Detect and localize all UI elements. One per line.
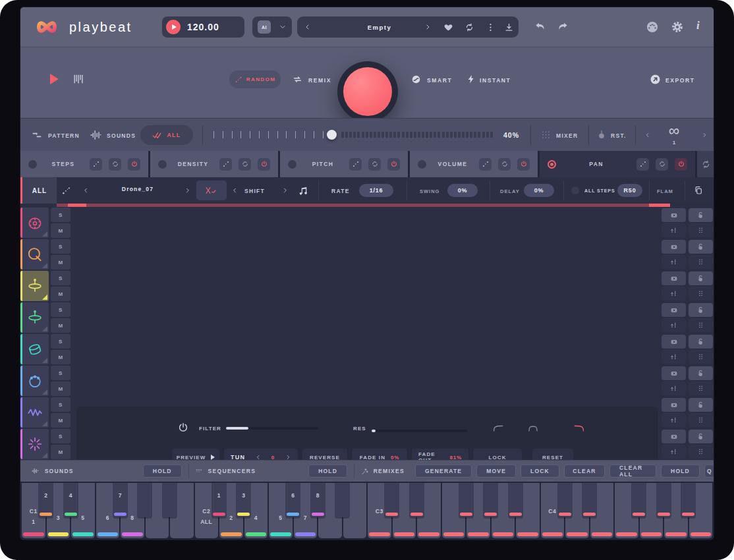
- black-key[interactable]: [582, 483, 597, 517]
- black-key[interactable]: [384, 483, 399, 517]
- kebab-menu-icon[interactable]: [486, 22, 495, 32]
- track-filter-settings-cell[interactable]: [662, 318, 686, 332]
- shift-left-icon[interactable]: [231, 186, 239, 194]
- track-corner-handle[interactable]: [42, 421, 47, 426]
- track-filter-settings-cell[interactable]: [662, 445, 686, 459]
- track-lock-cell[interactable]: [689, 366, 713, 380]
- all-steps-dot[interactable]: [571, 186, 579, 194]
- flam-label[interactable]: FLAM: [657, 188, 673, 194]
- track-corner-handle[interactable]: [42, 231, 47, 237]
- track-cell-synth-wave[interactable]: [20, 397, 49, 428]
- sample-random-icon[interactable]: [61, 186, 71, 196]
- main-trigger-button[interactable]: [343, 67, 392, 116]
- tab-power-button[interactable]: [517, 158, 530, 171]
- sample-prev-icon[interactable]: [82, 186, 90, 194]
- tabs-refresh-cell[interactable]: [697, 151, 714, 177]
- filter-slider[interactable]: [226, 427, 318, 430]
- tab-dice-button[interactable]: [90, 158, 102, 171]
- mute-button[interactable]: M: [51, 255, 71, 269]
- bpm-display[interactable]: 120.00: [162, 16, 244, 38]
- mixer-grid-icon[interactable]: [541, 130, 551, 140]
- all-tracks-cell[interactable]: ALL: [22, 177, 57, 204]
- remix-label[interactable]: REMIX: [308, 77, 331, 84]
- tab-pattern[interactable]: PATTERN: [48, 132, 80, 139]
- clear-button[interactable]: CLEAR: [564, 464, 605, 478]
- solo-button[interactable]: S: [51, 397, 71, 412]
- track-clear-sample-cell[interactable]: [662, 240, 686, 254]
- quantize-button[interactable]: Q: [704, 464, 714, 478]
- tab-loop-button[interactable]: [498, 158, 511, 171]
- track-drag-cell[interactable]: [689, 350, 713, 364]
- param-tab-density[interactable]: DENSITY: [150, 151, 278, 177]
- bpm-value[interactable]: 120.00: [187, 22, 219, 32]
- black-key[interactable]: [409, 483, 424, 517]
- tab-loop-button[interactable]: [656, 158, 668, 171]
- track-corner-handle[interactable]: [42, 358, 47, 363]
- track-lock-cell[interactable]: [689, 398, 713, 412]
- loop-next-icon[interactable]: [701, 131, 708, 139]
- settings-gear-icon[interactable]: [670, 20, 685, 34]
- lock-button[interactable]: LOCK: [521, 464, 559, 478]
- tab-active-indicator[interactable]: [548, 160, 556, 169]
- redo-icon[interactable]: [555, 20, 570, 34]
- hold-button[interactable]: HOLD: [661, 464, 700, 478]
- track-cell-cymbal[interactable]: [20, 302, 49, 333]
- tab-dice-button[interactable]: [349, 158, 362, 171]
- move-button[interactable]: MOVE: [476, 464, 516, 478]
- track-lock-cell[interactable]: [689, 430, 713, 443]
- solo-button[interactable]: S: [51, 334, 71, 349]
- res-slider[interactable]: [372, 430, 467, 432]
- mute-button[interactable]: M: [51, 318, 71, 333]
- param-tab-volume[interactable]: VOLUME: [410, 151, 538, 177]
- mixer-label[interactable]: MIXER: [556, 132, 578, 139]
- loop-prev-icon[interactable]: [644, 131, 651, 139]
- tab-indicator[interactable]: [418, 160, 426, 169]
- solo-button[interactable]: S: [51, 302, 71, 317]
- solo-button[interactable]: S: [51, 239, 71, 254]
- black-key[interactable]: 7: [113, 483, 128, 517]
- track-filter-settings-cell[interactable]: [662, 255, 686, 269]
- track-clear-sample-cell[interactable]: [662, 430, 686, 443]
- track-corner-handle[interactable]: [42, 326, 47, 331]
- random-button[interactable]: RANDOM: [229, 70, 281, 88]
- solo-button[interactable]: S: [51, 271, 71, 285]
- track-corner-handle[interactable]: [42, 453, 47, 458]
- play-icon[interactable]: [50, 74, 59, 84]
- all-tracks-button[interactable]: ALL: [140, 125, 193, 145]
- tab-dice-button[interactable]: [479, 158, 492, 171]
- black-key[interactable]: [335, 483, 350, 517]
- track-lock-cell[interactable]: [689, 335, 713, 349]
- tab-power-button[interactable]: [258, 158, 270, 171]
- mute-button[interactable]: M: [51, 381, 71, 396]
- infinity-loop-display[interactable]: ∞: [661, 123, 687, 138]
- sequencers-hold-button[interactable]: HOLD: [308, 464, 347, 478]
- black-key[interactable]: 8: [310, 483, 325, 517]
- black-key[interactable]: [681, 483, 696, 517]
- tab-dice-button[interactable]: [219, 158, 232, 171]
- swing-value[interactable]: 0%: [447, 184, 478, 197]
- black-key[interactable]: [483, 483, 498, 517]
- param-tab-pitch[interactable]: PITCH: [280, 151, 408, 177]
- tab-sounds[interactable]: SOUNDS: [107, 132, 136, 139]
- instant-bolt-icon[interactable]: [466, 73, 476, 85]
- track-lock-cell[interactable]: [689, 271, 713, 285]
- track-cell-kick-drum[interactable]: [20, 208, 49, 238]
- black-key[interactable]: [557, 483, 573, 517]
- shift-right-icon[interactable]: [281, 186, 289, 194]
- remix-loop-icon[interactable]: [292, 74, 303, 85]
- tab-dice-button[interactable]: [636, 158, 649, 171]
- sample-name[interactable]: Drone_07: [94, 186, 181, 192]
- mute-button[interactable]: M: [51, 413, 71, 428]
- sounds-wave-icon[interactable]: [89, 128, 102, 142]
- filter-lowpass-icon[interactable]: [573, 423, 586, 433]
- track-cell-hi-hat[interactable]: [20, 271, 49, 301]
- favorite-heart-icon[interactable]: [443, 22, 453, 32]
- tab-loop-button[interactable]: [109, 158, 121, 171]
- track-clear-sample-cell[interactable]: [662, 398, 686, 412]
- track-filter-settings-cell[interactable]: [662, 287, 686, 300]
- track-drag-cell[interactable]: [689, 255, 713, 269]
- track-lock-cell[interactable]: [689, 208, 713, 222]
- track-drag-cell[interactable]: [689, 318, 713, 332]
- track-lock-cell[interactable]: [689, 240, 713, 254]
- filter-bandpass-icon[interactable]: [526, 423, 540, 433]
